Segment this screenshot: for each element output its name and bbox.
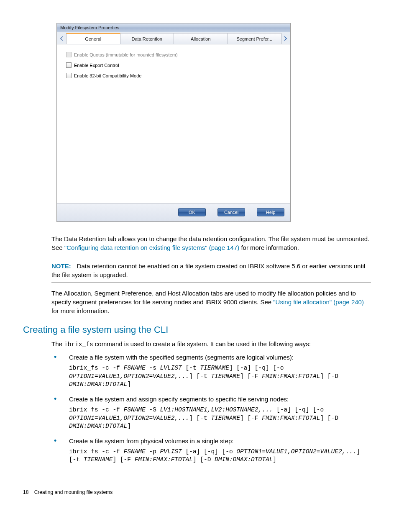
document-body: The Data Retention tab allows you to cha… bbox=[51, 234, 371, 315]
enable-export-control-checkbox[interactable] bbox=[66, 62, 72, 68]
tab-segment-preference[interactable]: Segment Prefer... bbox=[228, 33, 282, 44]
para-allocation-tabs: The Allocation, Segment Preference, and … bbox=[51, 289, 371, 315]
dialog-body: Enable Quotas (immutable for mounted fil… bbox=[57, 44, 290, 203]
tabs-row: General Data Retention Allocation Segmen… bbox=[57, 32, 290, 44]
code-block: ibrix_fs -c -f FSNAME -s LVLIST [-t TIER… bbox=[69, 364, 371, 389]
enable-quotas-checkbox bbox=[66, 52, 72, 57]
enable-export-control-label: Enable Export Control bbox=[74, 63, 119, 68]
heading-creating-fs-cli: Creating a file system using the CLI bbox=[23, 324, 372, 335]
modify-filesystem-dialog: Modify Filesystem Properties General Dat… bbox=[56, 23, 291, 222]
enable-quotas-label: Enable Quotas (immutable for mounted fil… bbox=[74, 52, 178, 57]
note-text: Data retention cannot be enabled on a fi… bbox=[51, 262, 365, 278]
text: command is used to create a file system.… bbox=[93, 340, 311, 347]
text: for more information. bbox=[51, 307, 109, 314]
tab-allocation[interactable]: Allocation bbox=[174, 33, 228, 44]
text: for more information. bbox=[239, 244, 299, 251]
cmd-ibrix-fs: ibrix_fs bbox=[64, 341, 93, 348]
enable-32bit-label: Enable 32-bit Compatibility Mode bbox=[74, 73, 141, 78]
text: The bbox=[51, 340, 64, 347]
dialog-title: Modify Filesystem Properties bbox=[60, 25, 119, 30]
enable-quotas-row: Enable Quotas (immutable for mounted fil… bbox=[66, 52, 282, 57]
footer-chapter: Creating and mounting file systems bbox=[34, 489, 113, 495]
cli-bullet-list: Create a file system with the specified … bbox=[51, 353, 371, 464]
enable-32bit-checkbox[interactable] bbox=[66, 73, 72, 78]
code-block: ibrix_fs -c -f FSNAME -S LV1:HOSTNAME1,L… bbox=[69, 406, 371, 431]
tab-scroll-right-icon[interactable] bbox=[281, 33, 289, 44]
tab-general[interactable]: General bbox=[66, 33, 120, 44]
enable-export-control-row[interactable]: Enable Export Control bbox=[66, 62, 282, 68]
link-using-file-allocation[interactable]: "Using file allocation" (page 240) bbox=[273, 298, 364, 306]
bullet-text: Create a file system and assign specify … bbox=[69, 396, 289, 403]
code-block: ibrix_fs -c -f FSNAME -p PVLIST [-a] [-q… bbox=[69, 448, 371, 464]
list-item: Create a file system with the specified … bbox=[51, 353, 371, 389]
cancel-button[interactable]: Cancel bbox=[217, 208, 245, 216]
tab-scroll-left-icon[interactable] bbox=[58, 33, 66, 44]
cli-intro: The ibrix_fs command is used to create a… bbox=[51, 339, 371, 349]
bullet-text: Create a file system with the specified … bbox=[69, 354, 294, 361]
link-configuring-data-retention[interactable]: "Configuring data retention on existing … bbox=[64, 244, 239, 251]
note-label: NOTE: bbox=[51, 262, 71, 270]
bullet-text: Create a file system from physical volum… bbox=[69, 437, 234, 445]
list-item: Create a file system from physical volum… bbox=[51, 437, 371, 464]
note-block: NOTE:Data retention cannot be enabled on… bbox=[51, 258, 371, 283]
page-footer: 18 Creating and mounting file systems bbox=[23, 489, 372, 495]
help-button[interactable]: Help bbox=[257, 208, 284, 216]
list-item: Create a file system and assign specify … bbox=[51, 395, 371, 431]
tab-data-retention[interactable]: Data Retention bbox=[120, 33, 174, 44]
cli-section: The ibrix_fs command is used to create a… bbox=[51, 339, 371, 464]
dialog-titlebar: Modify Filesystem Properties bbox=[57, 23, 290, 32]
dialog-footer: OK Cancel Help bbox=[57, 203, 290, 221]
para-data-retention: The Data Retention tab allows you to cha… bbox=[51, 234, 371, 252]
enable-32bit-row[interactable]: Enable 32-bit Compatibility Mode bbox=[66, 73, 282, 78]
page-number: 18 bbox=[23, 489, 28, 495]
ok-button[interactable]: OK bbox=[178, 208, 206, 216]
